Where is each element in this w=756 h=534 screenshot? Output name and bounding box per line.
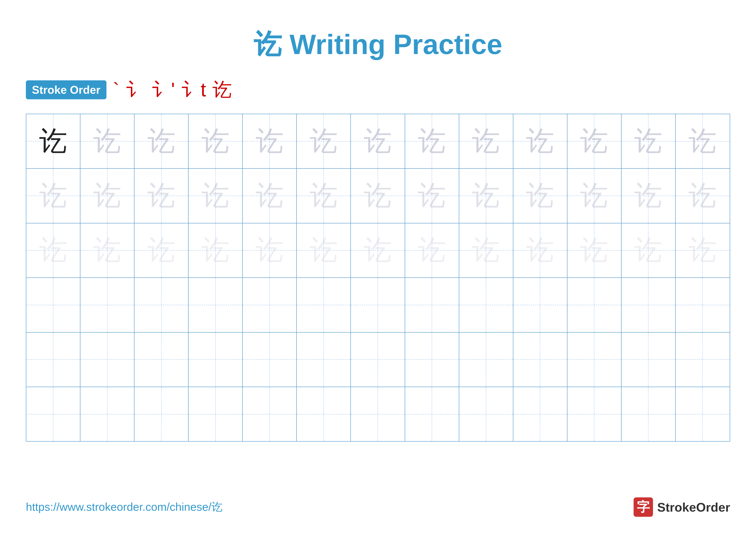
- logo-icon: 字: [634, 497, 653, 517]
- logo-text: StrokeOrder: [657, 500, 730, 514]
- grid-cell[interactable]: [80, 278, 134, 332]
- stroke-4: 讠t: [181, 77, 206, 103]
- grid-cell[interactable]: [622, 333, 676, 387]
- footer-logo: 字 StrokeOrder: [634, 497, 730, 517]
- grid-cell[interactable]: 讫: [351, 114, 405, 168]
- grid-cell[interactable]: [567, 387, 622, 441]
- practice-grid: 讫讫讫讫讫讫讫讫讫讫讫讫讫讫讫讫讫讫讫讫讫讫讫讫讫讫讫讫讫讫讫讫讫讫讫讫讫讫讫: [26, 114, 730, 442]
- grid-row: 讫讫讫讫讫讫讫讫讫讫讫讫讫: [26, 114, 730, 169]
- grid-cell[interactable]: 讫: [134, 223, 189, 277]
- grid-cell[interactable]: [459, 278, 513, 332]
- grid-cell[interactable]: [622, 278, 676, 332]
- grid-cell[interactable]: [405, 333, 459, 387]
- grid-cell[interactable]: [243, 278, 297, 332]
- grid-cell[interactable]: [26, 387, 80, 441]
- page-title: 讫 Writing Practice: [26, 26, 730, 64]
- grid-cell[interactable]: [189, 278, 243, 332]
- grid-cell[interactable]: [513, 387, 567, 441]
- grid-cell[interactable]: 讫: [459, 223, 513, 277]
- grid-cell[interactable]: 讫: [80, 169, 134, 223]
- grid-cell[interactable]: 讫: [676, 169, 730, 223]
- grid-cell[interactable]: 讫: [513, 114, 567, 168]
- grid-cell[interactable]: [513, 333, 567, 387]
- grid-cell[interactable]: [567, 278, 622, 332]
- grid-cell[interactable]: 讫: [80, 114, 134, 168]
- stroke-3: 讠': [152, 77, 175, 103]
- grid-cell[interactable]: [513, 278, 567, 332]
- grid-cell[interactable]: [405, 387, 459, 441]
- grid-cell[interactable]: [297, 333, 351, 387]
- grid-cell[interactable]: 讫: [189, 114, 243, 168]
- grid-cell[interactable]: [80, 333, 134, 387]
- grid-cell[interactable]: 讫: [622, 114, 676, 168]
- grid-cell[interactable]: [405, 278, 459, 332]
- grid-cell[interactable]: 讫: [26, 223, 80, 277]
- grid-cell[interactable]: 讫: [134, 169, 189, 223]
- grid-cell[interactable]: [189, 333, 243, 387]
- grid-cell[interactable]: 讫: [567, 223, 622, 277]
- grid-cell[interactable]: [459, 387, 513, 441]
- logo-char: 字: [637, 498, 650, 516]
- grid-cell[interactable]: [297, 387, 351, 441]
- grid-row: 讫讫讫讫讫讫讫讫讫讫讫讫讫: [26, 169, 730, 223]
- grid-cell[interactable]: [567, 333, 622, 387]
- stroke-2: 讠: [126, 77, 145, 103]
- stroke-1: `: [113, 79, 120, 101]
- grid-cell[interactable]: 讫: [80, 223, 134, 277]
- grid-cell[interactable]: [189, 387, 243, 441]
- grid-cell[interactable]: 讫: [243, 169, 297, 223]
- footer-url: https://www.strokeorder.com/chinese/讫: [26, 499, 223, 515]
- grid-cell[interactable]: [26, 333, 80, 387]
- grid-cell[interactable]: [243, 387, 297, 441]
- grid-cell[interactable]: 讫: [405, 223, 459, 277]
- grid-cell[interactable]: 讫: [243, 114, 297, 168]
- grid-cell[interactable]: 讫: [622, 223, 676, 277]
- page: 讫 Writing Practice Stroke Order ` 讠 讠' 讠…: [0, 0, 756, 534]
- grid-cell[interactable]: [243, 333, 297, 387]
- footer: https://www.strokeorder.com/chinese/讫 字 …: [26, 497, 730, 517]
- grid-cell[interactable]: [459, 333, 513, 387]
- grid-cell[interactable]: 讫: [513, 169, 567, 223]
- grid-cell[interactable]: [351, 333, 405, 387]
- grid-cell[interactable]: [297, 278, 351, 332]
- grid-cell[interactable]: 讫: [297, 169, 351, 223]
- grid-cell[interactable]: [134, 278, 189, 332]
- grid-cell[interactable]: [676, 387, 730, 441]
- grid-cell[interactable]: 讫: [405, 114, 459, 168]
- grid-row: [26, 387, 730, 441]
- grid-cell[interactable]: 讫: [351, 169, 405, 223]
- grid-cell[interactable]: 讫: [134, 114, 189, 168]
- grid-row: [26, 278, 730, 332]
- grid-cell[interactable]: 讫: [189, 223, 243, 277]
- grid-cell[interactable]: 讫: [297, 223, 351, 277]
- grid-cell[interactable]: 讫: [189, 169, 243, 223]
- grid-cell[interactable]: [134, 333, 189, 387]
- grid-cell[interactable]: 讫: [26, 169, 80, 223]
- grid-cell[interactable]: 讫: [513, 223, 567, 277]
- stroke-order-row: Stroke Order ` 讠 讠' 讠t 讫: [26, 77, 730, 103]
- grid-cell[interactable]: [134, 387, 189, 441]
- grid-cell[interactable]: 讫: [567, 114, 622, 168]
- grid-cell[interactable]: 讫: [676, 114, 730, 168]
- grid-row: [26, 333, 730, 387]
- grid-cell[interactable]: 讫: [622, 169, 676, 223]
- grid-cell[interactable]: [676, 333, 730, 387]
- grid-row: 讫讫讫讫讫讫讫讫讫讫讫讫讫: [26, 223, 730, 278]
- stroke-order-badge: Stroke Order: [26, 80, 106, 99]
- grid-cell[interactable]: [622, 387, 676, 441]
- grid-cell[interactable]: 讫: [676, 223, 730, 277]
- grid-cell[interactable]: 讫: [351, 223, 405, 277]
- grid-cell[interactable]: 讫: [243, 223, 297, 277]
- grid-cell[interactable]: [676, 278, 730, 332]
- grid-cell[interactable]: [351, 387, 405, 441]
- grid-cell[interactable]: 讫: [26, 114, 80, 168]
- grid-cell[interactable]: 讫: [459, 169, 513, 223]
- grid-cell[interactable]: 讫: [459, 114, 513, 168]
- grid-cell[interactable]: [26, 278, 80, 332]
- grid-cell[interactable]: [351, 278, 405, 332]
- grid-cell[interactable]: 讫: [567, 169, 622, 223]
- grid-cell[interactable]: 讫: [405, 169, 459, 223]
- grid-cell[interactable]: [80, 387, 134, 441]
- grid-cell[interactable]: 讫: [297, 114, 351, 168]
- stroke-sequence: ` 讠 讠' 讠t 讫: [113, 77, 232, 103]
